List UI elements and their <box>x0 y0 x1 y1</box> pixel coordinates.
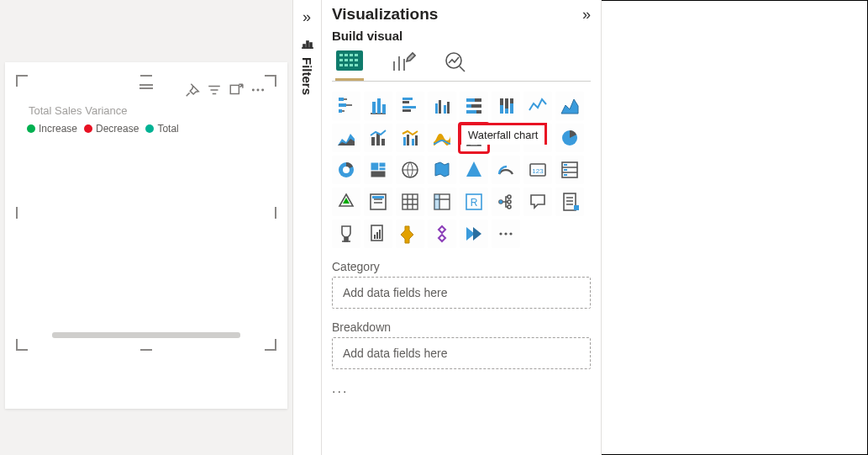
svg-rect-30 <box>402 109 411 112</box>
svg-point-66 <box>343 167 350 173</box>
tooltip-waterfall: Waterfall chart <box>459 123 547 145</box>
viz-type-filled-map[interactable] <box>428 156 456 184</box>
svg-rect-10 <box>350 54 353 56</box>
svg-rect-15 <box>355 59 358 61</box>
focus-mode-icon[interactable] <box>229 82 244 98</box>
viz-type-narrative[interactable] <box>428 220 456 248</box>
more-fields-indicator[interactable]: ... <box>332 381 591 396</box>
viz-type-ribbon[interactable] <box>428 124 456 152</box>
viz-type-treemap[interactable] <box>364 156 392 184</box>
svg-point-86 <box>508 195 511 198</box>
field-drop-breakdown[interactable]: Add data fields here <box>332 337 591 369</box>
svg-rect-36 <box>475 98 481 102</box>
svg-rect-28 <box>402 101 409 103</box>
visual-type-gallery: 123R <box>332 92 591 248</box>
legend-item-decrease[interactable]: Decrease <box>84 123 139 135</box>
viz-type-stacked-area[interactable] <box>332 124 360 152</box>
viz-type-stacked-column[interactable] <box>364 92 392 120</box>
resize-handle-mt[interactable] <box>140 75 152 77</box>
viz-type-pie[interactable] <box>555 124 584 152</box>
viz-type-azure-map[interactable] <box>460 156 488 184</box>
svg-rect-68 <box>379 162 386 167</box>
svg-rect-77 <box>564 174 567 176</box>
visualizations-pane: Visualizations » Build visual 123R Categ… <box>322 0 602 455</box>
viz-type-clustered-bar[interactable] <box>396 92 424 120</box>
field-label-breakdown: Breakdown <box>332 320 591 334</box>
viz-type-multi-row-card[interactable] <box>555 156 584 184</box>
viz-type-decomposition-tree[interactable] <box>492 188 520 216</box>
tab-format-visual[interactable] <box>391 50 416 81</box>
collapse-visualizations-icon[interactable]: » <box>582 6 591 24</box>
viz-type-line-clustered-column[interactable] <box>396 124 424 152</box>
svg-rect-34 <box>447 102 450 114</box>
horizontal-scrollbar[interactable] <box>52 332 240 338</box>
filter-icon[interactable] <box>207 82 222 98</box>
svg-rect-32 <box>439 100 441 114</box>
svg-point-96 <box>499 232 502 235</box>
svg-rect-80 <box>402 194 418 209</box>
svg-rect-19 <box>355 64 358 66</box>
svg-rect-46 <box>510 98 513 103</box>
viz-type-clustered-column[interactable] <box>428 92 456 120</box>
svg-rect-47 <box>371 137 375 145</box>
tab-analytics[interactable] <box>443 50 468 81</box>
viz-type-donut[interactable] <box>332 156 360 184</box>
viz-type-key-influencers[interactable] <box>396 220 424 248</box>
viz-type-line-stacked-column[interactable] <box>364 124 392 152</box>
svg-rect-48 <box>376 134 380 145</box>
svg-rect-76 <box>564 169 567 171</box>
viz-type-goals[interactable] <box>332 220 360 248</box>
viz-type-map[interactable] <box>396 156 424 184</box>
svg-rect-82 <box>434 194 439 209</box>
drag-grip-icon[interactable] <box>139 84 153 89</box>
viz-type-stacked-bar[interactable] <box>332 92 360 120</box>
viz-type-area[interactable] <box>555 92 584 120</box>
svg-rect-21 <box>339 98 344 101</box>
viz-type-table[interactable] <box>396 188 424 216</box>
svg-rect-70 <box>371 171 386 177</box>
viz-type-more-visuals[interactable] <box>492 220 520 248</box>
viz-type-100-stacked-bar[interactable] <box>460 92 488 120</box>
viz-type-python-visual[interactable] <box>364 220 392 248</box>
svg-rect-12 <box>339 59 343 61</box>
legend-item-increase[interactable]: Increase <box>27 123 77 135</box>
viz-type-paginated[interactable] <box>555 188 584 216</box>
svg-rect-33 <box>444 105 446 114</box>
legend-swatch-increase <box>27 124 35 133</box>
resize-handle-mb[interactable] <box>140 349 152 351</box>
filters-pane-label[interactable]: Filters <box>300 57 314 95</box>
field-wells: Category Add data fields here Breakdown … <box>332 260 591 396</box>
viz-type-power-automate[interactable] <box>460 220 488 248</box>
svg-rect-50 <box>403 137 406 145</box>
viz-type-r-visual[interactable]: R <box>460 188 488 216</box>
viz-type-kpi[interactable] <box>332 188 360 216</box>
svg-rect-40 <box>476 110 481 114</box>
viz-type-matrix[interactable] <box>428 188 456 216</box>
viz-type-line[interactable] <box>523 92 552 120</box>
viz-type-gauge[interactable] <box>492 156 520 184</box>
resize-handle-br[interactable] <box>265 339 276 351</box>
viz-type-qanda[interactable] <box>523 188 552 216</box>
visual-container[interactable]: Total Sales Variance Increase Decrease T… <box>18 77 274 348</box>
expand-filters-icon[interactable]: « <box>302 8 311 33</box>
viz-type-100-stacked-column[interactable] <box>492 92 520 120</box>
svg-rect-94 <box>376 232 378 239</box>
viz-type-slicer[interactable] <box>364 188 392 216</box>
viz-type-card[interactable]: 123 <box>523 156 552 184</box>
svg-text:R: R <box>471 197 478 209</box>
build-visual-subtitle: Build visual <box>332 29 591 43</box>
svg-point-1 <box>252 89 255 92</box>
resize-handle-mr[interactable] <box>275 207 276 219</box>
legend-swatch-total <box>145 124 154 133</box>
resize-handle-tl[interactable] <box>16 75 28 87</box>
resize-handle-tr[interactable] <box>265 75 276 87</box>
field-drop-category[interactable]: Add data fields here <box>332 277 591 309</box>
pin-icon[interactable] <box>185 82 200 98</box>
svg-point-2 <box>257 89 260 92</box>
more-options-icon[interactable] <box>250 82 266 98</box>
legend-item-total[interactable]: Total <box>145 123 178 135</box>
resize-handle-bl[interactable] <box>16 339 28 351</box>
resize-handle-ml[interactable] <box>16 207 18 219</box>
svg-rect-26 <box>382 104 386 114</box>
tab-build-visual[interactable] <box>335 50 364 81</box>
